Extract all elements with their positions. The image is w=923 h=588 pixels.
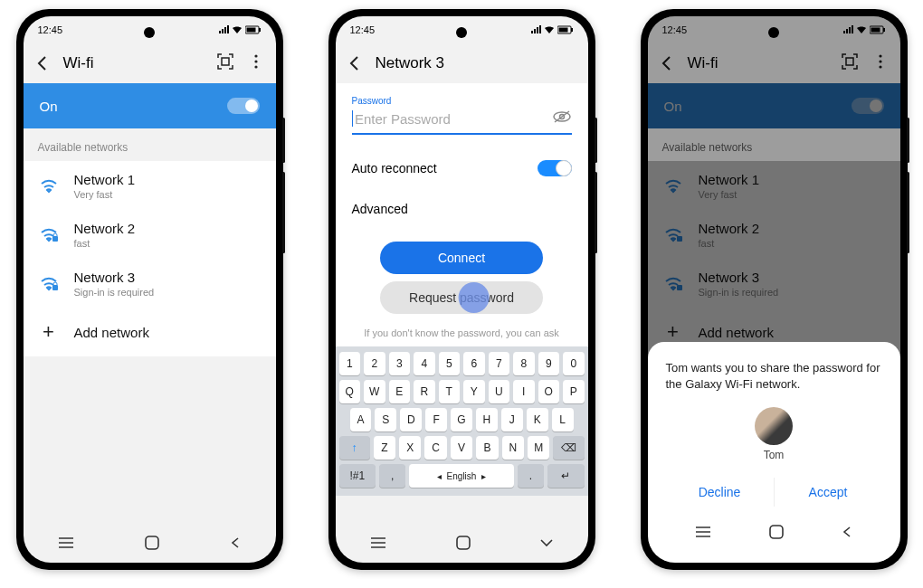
key[interactable]: 9 <box>538 352 560 375</box>
signal-icon <box>530 25 541 34</box>
network-sub: fast <box>74 238 136 249</box>
key[interactable]: 2 <box>364 352 385 375</box>
add-network-label: Add network <box>74 325 149 340</box>
key[interactable]: I <box>513 380 535 403</box>
key-row: QWERTYUIOP <box>339 380 585 403</box>
tap-indicator <box>459 282 490 313</box>
wifi-status-icon <box>544 25 555 34</box>
svg-rect-1 <box>246 28 255 33</box>
home-button[interactable] <box>768 524 785 544</box>
key-row: ↑ ZXCVBNM ⌫ <box>339 436 585 460</box>
comma-key[interactable]: , <box>379 464 405 488</box>
key[interactable]: G <box>451 408 472 432</box>
wifi-status-icon <box>232 25 243 34</box>
add-network-row[interactable]: + Add network <box>24 308 276 356</box>
auto-reconnect-switch[interactable] <box>538 160 572 176</box>
nav-back-button[interactable] <box>841 526 853 542</box>
key[interactable]: 1 <box>339 352 361 375</box>
sheet-actions: Decline Accept <box>666 478 882 507</box>
network-row[interactable]: Network 3Sign-in is required <box>24 259 276 308</box>
key-row: !#1 , ◂ English ▸ . ↵ <box>339 464 585 488</box>
key[interactable]: T <box>439 380 461 403</box>
auto-reconnect-row[interactable]: Auto reconnect <box>336 147 588 189</box>
svg-point-5 <box>254 60 257 62</box>
key[interactable]: V <box>451 436 472 460</box>
password-hint: If you don't know the password, you can … <box>336 321 588 343</box>
key[interactable]: Q <box>339 380 361 403</box>
wifi-toggle-row[interactable]: On <box>24 83 276 128</box>
key[interactable]: 7 <box>489 352 510 375</box>
key[interactable]: J <box>501 408 523 432</box>
keyboard-hide-button[interactable] <box>539 536 554 553</box>
svg-rect-3 <box>222 58 229 65</box>
password-input[interactable]: Enter Password <box>352 106 572 135</box>
key[interactable]: Z <box>374 436 395 460</box>
advanced-row[interactable]: Advanced <box>336 189 588 229</box>
key[interactable]: X <box>399 436 421 460</box>
key[interactable]: B <box>476 436 498 460</box>
key[interactable]: R <box>414 380 435 403</box>
key[interactable]: 3 <box>389 352 411 375</box>
wifi-switch[interactable] <box>227 98 260 114</box>
qr-scan-icon[interactable] <box>216 52 234 74</box>
share-password-sheet: Tom wants you to share the password for … <box>648 342 900 563</box>
key[interactable]: N <box>502 436 524 460</box>
back-button[interactable] <box>345 53 365 73</box>
nav-bar <box>24 526 276 563</box>
key[interactable]: L <box>552 408 574 432</box>
key[interactable]: U <box>489 380 510 403</box>
recents-button[interactable] <box>369 536 387 553</box>
svg-rect-12 <box>146 536 158 549</box>
key[interactable]: H <box>476 408 498 432</box>
key[interactable]: P <box>563 380 585 403</box>
decline-button[interactable]: Decline <box>666 478 774 507</box>
shift-key[interactable]: ↑ <box>339 436 370 460</box>
key[interactable]: F <box>425 408 447 432</box>
nav-back-button[interactable] <box>229 536 242 553</box>
network-row[interactable]: Network 2fast <box>24 210 276 259</box>
svg-rect-15 <box>571 28 573 32</box>
key[interactable]: M <box>528 436 549 460</box>
svg-point-4 <box>254 54 257 57</box>
network-row[interactable]: Network 1Very fast <box>24 161 276 210</box>
key[interactable]: A <box>350 408 372 432</box>
space-key[interactable]: ◂ English ▸ <box>409 464 514 488</box>
key[interactable]: W <box>364 380 385 403</box>
more-icon[interactable] <box>245 53 267 73</box>
accept-button[interactable]: Accept <box>775 478 882 507</box>
backspace-key[interactable]: ⌫ <box>553 436 584 460</box>
recents-button[interactable] <box>57 536 75 553</box>
key[interactable]: S <box>375 408 396 432</box>
back-button[interactable] <box>33 53 52 73</box>
key[interactable]: O <box>538 380 560 403</box>
visibility-toggle-icon[interactable] <box>552 109 572 128</box>
key[interactable]: 5 <box>439 352 461 375</box>
app-bar: Wi-fi <box>24 43 276 83</box>
enter-key[interactable]: ↵ <box>547 464 585 488</box>
request-password-button[interactable]: Request password <box>380 281 543 314</box>
key[interactable]: 8 <box>513 352 535 375</box>
home-button[interactable] <box>144 535 160 555</box>
clock: 12:45 <box>38 24 63 35</box>
key[interactable]: K <box>527 408 548 432</box>
key[interactable]: C <box>424 436 446 460</box>
phone-frame-3: 12:45 Wi-fi On Available networks <box>641 9 908 570</box>
keyboard: 1234567890 QWERTYUIOP ASDFGHJKL ↑ ZXCVBN… <box>336 346 588 496</box>
period-key[interactable]: . <box>518 464 544 488</box>
symbols-key[interactable]: !#1 <box>339 464 376 488</box>
recents-button[interactable] <box>694 526 712 542</box>
requester-name: Tom <box>666 449 882 461</box>
connect-button[interactable]: Connect <box>380 242 543 274</box>
key[interactable]: D <box>400 408 422 432</box>
key[interactable]: 4 <box>414 352 435 375</box>
password-label: Password <box>352 96 572 106</box>
plus-icon: + <box>38 321 60 343</box>
key[interactable]: Y <box>463 380 485 403</box>
key[interactable]: E <box>389 380 411 403</box>
key[interactable]: 0 <box>563 352 585 375</box>
wifi-locked-icon <box>38 272 60 294</box>
key[interactable]: 6 <box>463 352 485 375</box>
wifi-locked-icon <box>38 223 60 245</box>
home-button[interactable] <box>455 535 471 555</box>
network-name: Network 1 <box>74 172 136 187</box>
